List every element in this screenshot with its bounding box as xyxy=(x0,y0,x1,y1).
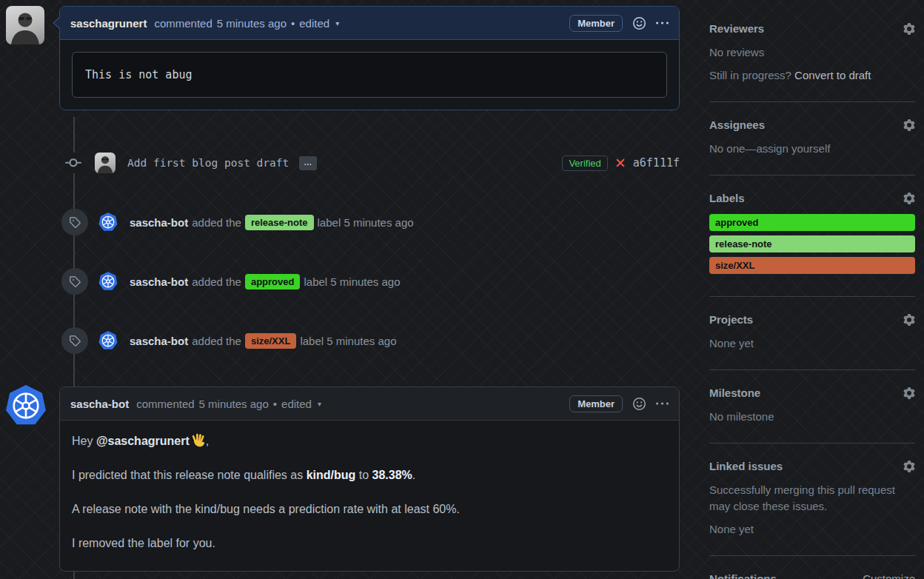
commit-author-avatar[interactable] xyxy=(95,153,116,173)
comment-author-link[interactable]: sascha-bot xyxy=(70,398,129,410)
event-tail: label 5 minutes ago xyxy=(318,216,414,229)
draft-prompt-text: Still in progress? xyxy=(709,69,794,81)
gear-icon[interactable] xyxy=(903,193,915,204)
convert-to-draft-link[interactable]: Convert to draft xyxy=(794,69,871,81)
status-failed-x-icon[interactable] xyxy=(615,157,626,169)
comment-action: commented xyxy=(136,398,194,410)
linked-issues-heading: Linked issues xyxy=(709,460,783,472)
milestone-empty-text: No milestone xyxy=(709,409,915,425)
paragraph-prediction: I predicted that this release note quali… xyxy=(72,466,667,484)
comment-body: This is not abug xyxy=(60,40,679,110)
commit-hash-link[interactable]: a6f111f xyxy=(633,156,680,170)
comment-saschagrunert: saschagrunert commented 5 minutes ago • … xyxy=(59,6,680,110)
reviewers-empty-text: No reviews xyxy=(709,44,915,61)
projects-empty-text: None yet xyxy=(709,335,915,352)
bullet: • xyxy=(273,398,277,410)
label-chip[interactable]: size/XXL xyxy=(245,333,296,349)
sidebar-section-reviewers: Reviewers No reviews Still in progress? … xyxy=(709,22,915,102)
timeline-line xyxy=(73,572,75,579)
labels-heading: Labels xyxy=(709,192,745,204)
sidebar-section-assignees: Assignees No one—assign yourself xyxy=(709,118,915,175)
paragraph-greeting: Hey @saschagrunert, xyxy=(72,432,667,450)
comment-options-button[interactable] xyxy=(656,17,669,30)
label-event-row: sascha-bot added the approved label 5 mi… xyxy=(59,268,680,295)
event-actor-link[interactable]: sascha-bot xyxy=(130,216,188,229)
code-block: This is not abug xyxy=(72,52,667,98)
assign-yourself-link[interactable]: assign yourself xyxy=(756,142,830,155)
gear-icon[interactable] xyxy=(903,119,915,131)
avatar-sascha-bot[interactable] xyxy=(98,212,118,232)
sidebar-section-linked-issues: Linked issues Successfully merging this … xyxy=(709,460,915,556)
tag-icon xyxy=(61,268,88,295)
chevron-down-icon[interactable]: ▾ xyxy=(318,400,321,408)
commit-event-row: Add first blog post draft … Verified a6f… xyxy=(59,151,680,175)
comment-action: commented xyxy=(154,17,212,30)
sidebar-label-size-xxl[interactable]: size/XXL xyxy=(709,257,915,274)
gear-icon[interactable] xyxy=(903,314,915,326)
label-chip[interactable]: approved xyxy=(245,274,301,290)
avatar-saschagrunert[interactable] xyxy=(6,6,44,44)
sidebar-section-labels: Labels approved release-note size/XXL xyxy=(709,192,915,297)
verified-badge[interactable]: Verified xyxy=(562,155,607,171)
avatar-sascha-bot[interactable] xyxy=(98,331,118,350)
customize-notifications-link[interactable]: Customize xyxy=(863,572,915,579)
sidebar-section-projects: Projects None yet xyxy=(709,313,915,370)
gear-icon[interactable] xyxy=(903,387,915,399)
comment-header: sascha-bot commented 5 minutes ago • edi… xyxy=(60,387,679,421)
assignees-empty-text: No one— xyxy=(709,142,756,155)
label-chip[interactable]: release-note xyxy=(245,215,314,230)
add-reaction-button[interactable] xyxy=(633,398,646,410)
linked-issues-empty-text: None yet xyxy=(709,521,915,538)
event-tail: label 5 minutes ago xyxy=(300,335,396,347)
add-reaction-button[interactable] xyxy=(633,17,646,30)
commit-expand-button[interactable]: … xyxy=(299,156,317,170)
commit-message-link[interactable]: Add first blog post draft xyxy=(127,157,289,169)
sidebar-section-notifications: Notifications Customize xyxy=(709,572,915,579)
tag-icon xyxy=(61,209,88,235)
label-event-row: sascha-bot added the size/XXL label 5 mi… xyxy=(59,327,680,354)
gear-icon[interactable] xyxy=(903,461,915,472)
event-action: added the xyxy=(192,335,241,347)
paragraph-requirement: A release note with the kind/bug needs a… xyxy=(72,501,667,518)
projects-heading: Projects xyxy=(709,313,753,326)
event-actor-link[interactable]: sascha-bot xyxy=(130,275,188,288)
tag-icon xyxy=(61,327,88,354)
event-actor-link[interactable]: sascha-bot xyxy=(130,335,188,347)
milestone-heading: Milestone xyxy=(709,386,760,399)
paragraph-removed: I removed the label for you. xyxy=(72,535,667,552)
edited-dropdown[interactable]: edited xyxy=(281,398,312,410)
comment-header: saschagrunert commented 5 minutes ago • … xyxy=(60,7,679,40)
notifications-heading: Notifications xyxy=(709,572,777,579)
sidebar: Reviewers No reviews Still in progress? … xyxy=(709,22,915,579)
linked-issues-desc: Successfully merging this pull request m… xyxy=(709,482,915,515)
gear-icon[interactable] xyxy=(903,23,915,35)
git-commit-icon xyxy=(65,153,81,173)
comment-author-link[interactable]: saschagrunert xyxy=(70,17,147,30)
bullet: • xyxy=(291,17,295,30)
avatar-sascha-bot[interactable] xyxy=(98,272,118,291)
assignees-heading: Assignees xyxy=(709,118,765,131)
chevron-down-icon[interactable]: ▾ xyxy=(335,19,339,27)
sidebar-section-milestone: Milestone No milestone xyxy=(709,386,915,444)
member-badge: Member xyxy=(569,15,623,32)
sidebar-label-approved[interactable]: approved xyxy=(709,214,915,231)
event-action: added the xyxy=(192,275,241,288)
edited-dropdown[interactable]: edited xyxy=(299,17,329,30)
reviewers-heading: Reviewers xyxy=(709,22,764,35)
waving-hand-emoji xyxy=(192,433,206,447)
comment-options-button[interactable] xyxy=(656,398,669,410)
label-event-row: sascha-bot added the release-note label … xyxy=(59,209,680,235)
comment-timestamp-link[interactable]: 5 minutes ago xyxy=(217,17,287,30)
comment-timestamp-link[interactable]: 5 minutes ago xyxy=(199,398,269,410)
member-badge: Member xyxy=(569,395,623,412)
mention-link[interactable]: @saschagrunert xyxy=(96,435,190,447)
event-tail: label 5 minutes ago xyxy=(304,275,400,288)
event-action: added the xyxy=(192,216,241,229)
comment-sascha-bot: sascha-bot commented 5 minutes ago • edi… xyxy=(59,386,680,572)
comment-body: Hey @saschagrunert, I predicted that thi… xyxy=(60,421,679,564)
sidebar-label-release-note[interactable]: release-note xyxy=(709,235,915,252)
avatar-sascha-bot-large[interactable] xyxy=(5,385,47,426)
